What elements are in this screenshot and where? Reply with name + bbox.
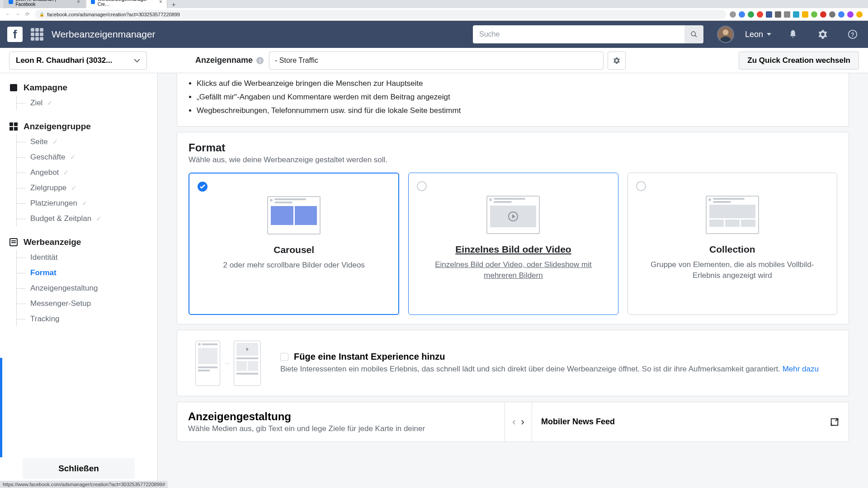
- format-subtitle: Wähle aus, wie deine Werbeanzeige gestal…: [189, 155, 837, 164]
- check-icon: [200, 184, 205, 189]
- search-input[interactable]: [473, 25, 684, 43]
- preview-nav: ‹ ›: [505, 402, 532, 441]
- help-icon: ?: [848, 29, 858, 39]
- sidebar-item-anzeigengestaltung[interactable]: Anzeigengestaltung: [17, 281, 157, 296]
- ext-icon[interactable]: [838, 11, 844, 18]
- ext-icon[interactable]: [856, 11, 863, 18]
- sidebar-item-label: Kampagne: [24, 83, 67, 93]
- browser-tab-2[interactable]: Werbeanzeigenmanager - Cre… ×: [86, 0, 167, 8]
- ext-icon[interactable]: [784, 11, 790, 18]
- favicon-icon: [91, 0, 95, 4]
- apps-grid-icon[interactable]: [31, 28, 43, 41]
- ext-icon[interactable]: [820, 11, 826, 18]
- ad-name-input[interactable]: [269, 52, 604, 70]
- bell-icon: [788, 29, 798, 39]
- format-option-carousel[interactable]: Carousel 2 oder mehr scrollbare Bilder o…: [189, 173, 399, 315]
- format-option-collection[interactable]: Collection Gruppe von Elementen, die als…: [627, 173, 837, 315]
- instant-desc: Biete Interessenten ein mobiles Erlebnis…: [280, 364, 837, 375]
- close-icon[interactable]: ×: [77, 0, 80, 5]
- checkbox[interactable]: [280, 353, 288, 361]
- sidebar-ad-header[interactable]: Werbeanzeige: [9, 235, 157, 250]
- browser-nav: ← → ⟳: [4, 11, 31, 17]
- url-input[interactable]: 🔒 facebook.com/adsmanager/creation?act=3…: [35, 10, 726, 19]
- format-option-title: Collection: [709, 244, 755, 255]
- sidebar-item-ziel[interactable]: Ziel ✓: [17, 95, 157, 111]
- sidebar-adset-header[interactable]: Anzeigengruppe: [9, 119, 157, 134]
- account-name: Leon R. Chaudhari (3032...: [16, 56, 113, 65]
- prev-button[interactable]: ‹: [510, 414, 517, 430]
- ext-icon[interactable]: [811, 11, 817, 18]
- svg-rect-6: [10, 84, 17, 91]
- ext-icon[interactable]: [757, 11, 763, 18]
- facebook-logo-icon[interactable]: f: [7, 27, 23, 42]
- sidebar-item-budget[interactable]: Budget & Zeitplan✓: [17, 211, 157, 226]
- avatar[interactable]: [717, 26, 734, 43]
- instant-title: Füge eine Instant Experience hinzu: [294, 352, 445, 362]
- chevron-down-icon: [134, 59, 140, 62]
- format-title: Format: [189, 141, 837, 154]
- ext-icon[interactable]: [847, 11, 854, 18]
- browser-tab-1[interactable]: Leon R. Chaudhari | Facebook ×: [4, 0, 85, 8]
- info-bullet: Wegbeschreibungen, Telefonnummern usw. s…: [197, 104, 837, 117]
- instant-heading: Füge eine Instant Experience hinzu: [280, 352, 837, 362]
- svg-text:?: ?: [851, 31, 854, 38]
- status-bar-url: https://www.facebook.com/adsmanager/crea…: [0, 481, 168, 488]
- favicon-icon: [9, 0, 13, 4]
- learn-more-link[interactable]: Mehr dazu: [783, 365, 819, 373]
- preview-label: Mobiler News Feed: [541, 417, 615, 427]
- notifications-button[interactable]: [785, 29, 801, 39]
- sidebar-item-format[interactable]: Format: [17, 265, 157, 281]
- format-option-desc: 2 oder mehr scrollbare Bilder oder Video…: [219, 260, 368, 271]
- svg-point-3: [720, 36, 731, 42]
- user-menu[interactable]: Leon: [745, 30, 771, 39]
- app-title: Werbeanzeigenmanager: [52, 29, 156, 40]
- ad-icon: [9, 238, 18, 247]
- ad-name-settings-button[interactable]: [608, 52, 626, 70]
- sidebar-item-platzierungen[interactable]: Platzierungen✓: [17, 196, 157, 211]
- close-icon[interactable]: ×: [159, 0, 162, 5]
- info-card: Klicks auf die Werbeanzeige bringen die …: [177, 73, 849, 127]
- sidebar-item-geschaefte[interactable]: Geschäfte✓: [17, 150, 157, 165]
- new-tab-button[interactable]: +: [168, 1, 179, 8]
- info-icon[interactable]: i: [256, 57, 264, 64]
- info-bullet: Klicks auf die Werbeanzeige bringen die …: [197, 77, 837, 90]
- help-button[interactable]: ?: [844, 29, 861, 39]
- next-button[interactable]: ›: [519, 414, 526, 430]
- avatar-icon: [718, 27, 733, 42]
- close-button[interactable]: Schließen: [23, 458, 135, 479]
- forward-icon[interactable]: →: [15, 11, 20, 17]
- svg-rect-12: [11, 240, 16, 241]
- gear-icon: [818, 29, 828, 39]
- quick-creation-button[interactable]: Zu Quick Creation wechseln: [739, 52, 859, 70]
- format-option-single[interactable]: Einzelnes Bild oder Video Einzelnes Bild…: [408, 173, 618, 315]
- check-icon: ✓: [52, 138, 58, 146]
- ext-icon[interactable]: [829, 11, 835, 18]
- reload-icon[interactable]: ⟳: [25, 11, 29, 17]
- ext-icon[interactable]: [730, 11, 736, 18]
- format-option-desc: Gruppe von Elementen, die als mobiles Vo…: [637, 259, 828, 281]
- lock-icon: 🔒: [39, 12, 44, 17]
- ext-icon[interactable]: [775, 11, 781, 18]
- ext-icon[interactable]: [793, 11, 799, 18]
- ext-icon[interactable]: [802, 11, 808, 18]
- gear-icon: [613, 57, 620, 64]
- expand-icon[interactable]: [830, 417, 840, 427]
- ext-icon[interactable]: [748, 11, 754, 18]
- sidebar-item-seite[interactable]: Seite✓: [17, 134, 157, 150]
- sidebar-campaign-header[interactable]: Kampagne: [9, 80, 157, 95]
- sidebar-item-label: Tracking: [30, 314, 60, 324]
- account-dropdown[interactable]: Leon R. Chaudhari (3032...: [9, 52, 147, 70]
- sidebar-item-messenger-setup[interactable]: Messenger-Setup: [17, 296, 157, 311]
- campaign-icon: [9, 83, 18, 92]
- sidebar-item-identitaet[interactable]: Identität: [17, 250, 157, 265]
- radio-selected-icon: [198, 182, 208, 192]
- sidebar-item-zielgruppe[interactable]: Zielgruppe✓: [17, 180, 157, 196]
- svg-rect-7: [9, 122, 13, 126]
- sidebar-item-angebot[interactable]: Angebot✓: [17, 165, 157, 180]
- settings-button[interactable]: [815, 29, 831, 39]
- search-button[interactable]: [684, 25, 703, 43]
- back-icon[interactable]: ←: [5, 11, 10, 17]
- ext-icon[interactable]: [739, 11, 745, 18]
- ext-icon[interactable]: [766, 11, 772, 18]
- sidebar-item-tracking[interactable]: Tracking: [17, 311, 157, 327]
